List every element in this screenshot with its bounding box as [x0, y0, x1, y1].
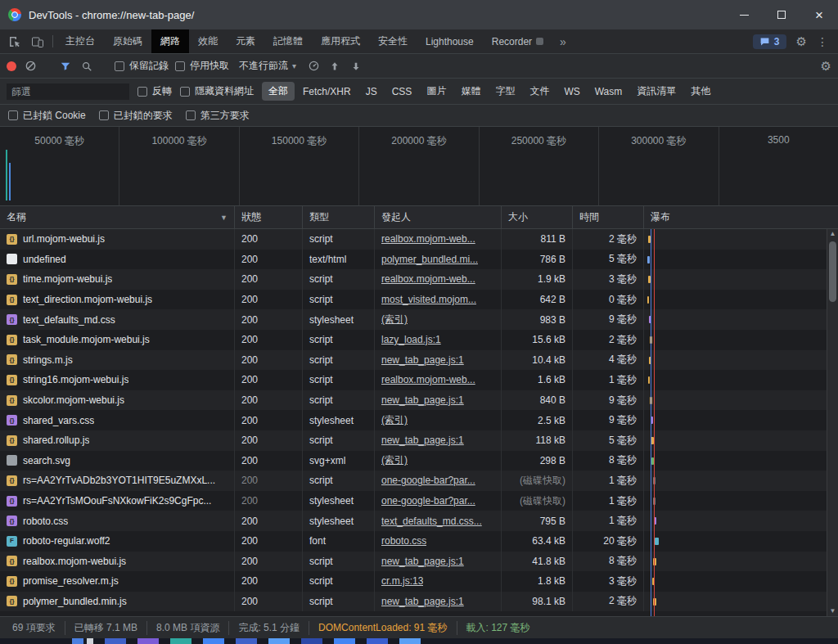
- request-row[interactable]: {}rs=AA2YrTvADb2b3YOT1HIT9E5uZMXxL...200…: [0, 471, 838, 491]
- tab-elements[interactable]: 元素: [227, 29, 264, 53]
- filter-toggle-icon[interactable]: [58, 59, 73, 74]
- tab-lighthouse[interactable]: Lighthouse: [417, 29, 483, 53]
- initiator-link[interactable]: most_visited.mojom...: [381, 294, 476, 305]
- request-row[interactable]: {}skcolor.mojom-webui.js200scriptnew_tab…: [0, 390, 838, 411]
- column-header-2[interactable]: 狀態: [235, 206, 303, 228]
- kebab-menu-icon[interactable]: ⋮: [817, 36, 828, 47]
- initiator-link[interactable]: one-google-bar?par...: [381, 475, 475, 486]
- request-row[interactable]: {}roboto.css200stylesheettext_defaults_m…: [0, 511, 838, 531]
- preserve-log-checkbox[interactable]: [115, 61, 124, 71]
- filter-chip-其他[interactable]: 其他: [684, 82, 717, 101]
- filter-chip-Fetch/XHR[interactable]: Fetch/XHR: [296, 83, 358, 100]
- filter-chip-JS[interactable]: JS: [359, 83, 384, 100]
- tab-memory[interactable]: 記憶體: [264, 29, 312, 53]
- initiator-link[interactable]: realbox.mojom-web...: [381, 273, 475, 285]
- invert-filter-checkbox[interactable]: [137, 87, 147, 97]
- request-type-cell: script: [303, 592, 375, 612]
- inspect-element-icon[interactable]: [3, 29, 26, 53]
- column-header-1[interactable]: 名稱▼: [0, 206, 235, 228]
- initiator-link[interactable]: realbox.mojom-web...: [381, 374, 475, 385]
- import-har-icon[interactable]: [327, 59, 342, 74]
- device-toolbar-icon[interactable]: [26, 29, 49, 53]
- filter-chip-Wasm[interactable]: Wasm: [588, 83, 629, 100]
- export-har-icon[interactable]: [349, 59, 363, 74]
- tab-application[interactable]: 應用程式: [312, 29, 369, 53]
- scroll-up-icon[interactable]: ▲: [830, 231, 836, 237]
- record-network-log-button[interactable]: [7, 61, 16, 71]
- filter-chip-圖片[interactable]: 圖片: [420, 82, 453, 101]
- initiator-link[interactable]: new_tab_page.js:1: [381, 354, 464, 366]
- filter-chip-字型[interactable]: 字型: [489, 82, 521, 101]
- tab-recorder[interactable]: Recorder: [483, 29, 552, 53]
- filter-chip-CSS[interactable]: CSS: [385, 83, 419, 100]
- tab-sources[interactable]: 原始碼: [104, 29, 151, 53]
- hide-data-urls-checkbox[interactable]: [180, 87, 190, 97]
- vertical-scrollbar[interactable]: ▲ ▼: [827, 229, 838, 616]
- search-icon[interactable]: [79, 59, 94, 74]
- settings-gear-icon[interactable]: ⚙: [796, 35, 807, 47]
- console-messages-badge[interactable]: 3: [753, 34, 786, 49]
- column-header-3[interactable]: 類型: [303, 206, 375, 228]
- third-party-checkbox[interactable]: [186, 110, 196, 120]
- maximize-button[interactable]: [763, 0, 800, 29]
- blocked-requests-checkbox[interactable]: [99, 110, 109, 120]
- initiator-link[interactable]: new_tab_page.js:1: [381, 556, 464, 567]
- column-header-4[interactable]: 發起人: [375, 206, 502, 228]
- tab-security[interactable]: 安全性: [369, 29, 417, 53]
- filter-chip-媒體[interactable]: 媒體: [454, 82, 487, 101]
- initiator-link[interactable]: (索引): [381, 413, 408, 427]
- initiator-link[interactable]: (索引): [381, 453, 408, 467]
- initiator-link[interactable]: cr.m.js:13: [381, 575, 423, 587]
- close-button[interactable]: ×: [800, 0, 838, 29]
- network-conditions-icon[interactable]: [306, 59, 321, 74]
- request-row[interactable]: {}strings.m.js200scriptnew_tab_page.js:1…: [0, 350, 838, 371]
- initiator-link[interactable]: lazy_load.js:1: [381, 334, 441, 345]
- disable-cache-checkbox[interactable]: [175, 61, 185, 71]
- tab-console[interactable]: 主控台: [56, 29, 104, 53]
- request-row[interactable]: {}text_defaults_md.css200stylesheet(索引)9…: [0, 309, 838, 330]
- request-row[interactable]: Froboto-regular.woff2200fontroboto.css63…: [0, 531, 838, 552]
- tab-network[interactable]: 網路: [151, 29, 189, 53]
- filter-input[interactable]: [7, 83, 129, 100]
- request-row[interactable]: {}realbox.mojom-webui.js200scriptnew_tab…: [0, 552, 838, 572]
- initiator-link[interactable]: roboto.css: [381, 535, 426, 547]
- initiator-link[interactable]: text_defaults_md.css...: [381, 516, 482, 527]
- request-row[interactable]: {}string16.mojom-webui.js200scriptrealbo…: [0, 370, 838, 390]
- initiator-link[interactable]: polymer_bundled.mi...: [381, 254, 478, 265]
- initiator-link[interactable]: realbox.mojom-web...: [381, 233, 475, 245]
- request-row[interactable]: {}text_direction.mojom-webui.js200script…: [0, 290, 838, 310]
- filter-chip-WS[interactable]: WS: [557, 83, 586, 100]
- throttling-select[interactable]: 不進行節流 ▾: [236, 57, 300, 74]
- request-type-cell: text/html: [303, 250, 375, 270]
- request-row[interactable]: search.svg200svg+xml(索引)298 B8 毫秒: [0, 451, 838, 471]
- scroll-down-icon[interactable]: ▼: [830, 608, 836, 615]
- scrollbar-thumb[interactable]: [829, 241, 836, 302]
- more-tabs-icon[interactable]: »: [552, 29, 574, 53]
- clear-network-log-icon[interactable]: [23, 59, 38, 74]
- column-header-5[interactable]: 大小: [502, 206, 573, 228]
- column-header-6[interactable]: 時間: [573, 206, 644, 228]
- request-row[interactable]: {}shared.rollup.js200scriptnew_tab_page.…: [0, 430, 838, 451]
- request-row[interactable]: {}shared_vars.css200stylesheet(索引)2.5 kB…: [0, 410, 838, 430]
- tab-performance[interactable]: 效能: [189, 29, 227, 53]
- initiator-link[interactable]: one-google-bar?par...: [381, 495, 475, 507]
- column-header-7[interactable]: 瀑布: [644, 206, 838, 228]
- blocked-cookies-checkbox[interactable]: [8, 110, 18, 120]
- initiator-link[interactable]: new_tab_page.js:1: [381, 435, 464, 446]
- request-row[interactable]: {}task_module.mojom-webui.js200scriptlaz…: [0, 330, 838, 350]
- request-row[interactable]: {}time.mojom-webui.js200scriptrealbox.mo…: [0, 269, 838, 290]
- network-overview-timeline[interactable]: 50000 毫秒100000 毫秒150000 毫秒200000 毫秒25000…: [0, 127, 838, 206]
- request-row[interactable]: {}polymer_bundled.min.js200scriptnew_tab…: [0, 592, 838, 612]
- initiator-link[interactable]: new_tab_page.js:1: [381, 394, 464, 406]
- initiator-link[interactable]: (索引): [381, 313, 408, 327]
- request-row[interactable]: {}url.mojom-webui.js200scriptrealbox.moj…: [0, 229, 838, 250]
- network-settings-gear-icon[interactable]: ⚙: [821, 60, 831, 72]
- request-row[interactable]: {}rs=AA2YrTsMOouFsNXkowFiK2s9CgFpc...200…: [0, 491, 838, 511]
- minimize-button[interactable]: [725, 0, 763, 29]
- request-row[interactable]: {}promise_resolver.m.js200scriptcr.m.js:…: [0, 571, 838, 592]
- filter-chip-資訊清單[interactable]: 資訊清單: [630, 82, 683, 101]
- filter-chip-文件[interactable]: 文件: [523, 82, 556, 101]
- filter-chip-全部[interactable]: 全部: [262, 82, 295, 101]
- initiator-link[interactable]: new_tab_page.js:1: [381, 596, 464, 607]
- request-row[interactable]: undefined200text/htmlpolymer_bundled.mi.…: [0, 250, 838, 270]
